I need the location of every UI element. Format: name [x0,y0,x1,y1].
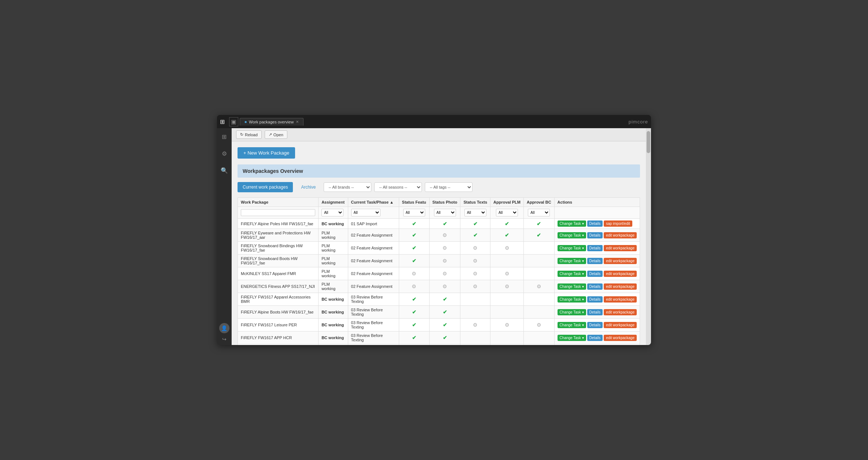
details-button[interactable]: Details [587,296,603,303]
details-button[interactable]: Details [587,258,603,264]
current-work-packages-button[interactable]: Current work packages [238,182,293,192]
assignment-filter-select[interactable]: All [321,209,343,216]
change-task-button[interactable]: Change Task ▾ [558,220,586,227]
details-button[interactable]: Details [587,271,603,277]
details-button[interactable]: Details [587,309,603,315]
cell-actions: Change Task ▾ Detailsedit workpackage [554,319,640,331]
actions-cell: Change Task ▾ Detailsedit workpackage [558,271,637,277]
table-row: FiREFLY FW1617 Apparel Accessories BMR B… [238,293,640,306]
tab-label: Work packages overview [249,120,294,124]
gear-icon: ⚙ [442,245,447,251]
scrollbar-thumb[interactable] [647,131,650,153]
new-work-package-button[interactable]: + New Work Package [238,147,295,159]
col-status-texts: Status Texts [460,198,490,207]
details-button[interactable]: Details [587,322,603,328]
gear-icon: ⚙ [473,283,478,289]
cell-status-texts: ⚙ [460,280,490,293]
details-button[interactable]: Details [587,283,603,290]
change-task-button[interactable]: Change Task ▾ [558,322,586,328]
cell-approval-bc: ⚙ [523,280,554,293]
col-status-photo: Status Photo [429,198,460,207]
cell-work-package: FiREFLY Alpine Poles HW FW16/17_fae [238,219,319,229]
sidebar-grid-icon[interactable]: ⊞ [219,131,230,142]
logout-icon[interactable]: ↪ [222,336,227,342]
table-header-row: Work Package Assignment Current Task/Pha… [238,198,640,207]
cell-status-photo: ✔ [429,331,460,344]
cell-assignment: PLM working [319,242,348,255]
change-task-button[interactable]: Change Task ▾ [558,258,586,264]
check-icon: ✔ [537,221,541,227]
sidebar-gear-icon[interactable]: ⚙ [219,148,230,159]
check-icon: ✔ [443,309,447,315]
approval-bc-filter[interactable]: All [528,209,550,216]
details-button[interactable]: Details [587,335,603,341]
cell-task: 03 Review Before Texting [348,344,399,345]
sidebar-search-icon[interactable]: 🔍 [219,165,230,176]
gear-icon: ⚙ [473,245,478,251]
tab-close-icon[interactable]: ✕ [296,120,299,124]
status-texts-filter[interactable]: All [464,209,486,216]
grid-icon[interactable]: ⊞ [220,118,225,125]
archive-button[interactable]: Archive [296,182,321,192]
table-filter-row: All All All [238,207,640,219]
wp-filter-input[interactable] [241,209,315,216]
cell-work-package: FiREFLY FW1617 Leisure PER [238,319,319,331]
change-task-button[interactable]: Change Task ▾ [558,296,586,303]
work-packages-tab[interactable]: ■ Work packages overview ✕ [240,118,304,126]
edit-workpackage-button[interactable]: edit workpackage [604,283,637,290]
vertical-scrollbar[interactable] [646,128,651,345]
side-panel-icon[interactable]: ▣ [229,117,238,126]
cell-status-featu: ✔ [399,293,429,306]
sap-import-button[interactable]: sap import/edit [604,220,632,227]
check-icon: ✔ [412,258,416,264]
user-avatar[interactable]: 👤 [219,323,229,333]
edit-workpackage-button[interactable]: edit workpackage [604,271,637,277]
edit-workpackage-button[interactable]: edit workpackage [604,296,637,303]
edit-workpackage-button[interactable]: edit workpackage [604,309,637,315]
sidebar-bottom: 👤 ↪ [219,323,229,342]
cell-approval-plm [490,331,524,344]
edit-workpackage-button[interactable]: edit workpackage [604,335,637,341]
edit-workpackage-button[interactable]: edit workpackage [604,322,637,328]
actions-cell: Change Task ▾ Detailsedit workpackage [558,245,637,251]
approval-plm-filter[interactable]: All [496,209,518,216]
change-task-button[interactable]: Change Task ▾ [558,309,586,315]
details-button[interactable]: Details [587,220,603,227]
cell-approval-bc [523,242,554,255]
cell-approval-bc: ✔ [523,219,554,229]
task-filter-select[interactable]: All [351,209,380,216]
actions-cell: Change Task ▾ Detailssap import/edit [558,220,637,227]
change-task-button[interactable]: Change Task ▾ [558,335,586,341]
change-task-button[interactable]: Change Task ▾ [558,271,586,277]
cell-status-texts: ⚙ [460,255,490,267]
status-featu-filter[interactable]: All [403,209,425,216]
status-photo-filter[interactable]: All [434,209,456,216]
edit-workpackage-button[interactable]: edit workpackage [604,232,637,238]
change-task-button[interactable]: Change Task ▾ [558,283,586,290]
cell-actions: Change Task ▾ Detailsedit workpackage [554,242,640,255]
brands-filter[interactable]: -- All brands -- [324,182,371,192]
reload-button[interactable]: ↻ Reload [236,130,262,139]
gear-icon: ⚙ [505,322,510,328]
content-area: ↻ Reload ↗ Open + New Work Package Workp… [232,128,646,345]
edit-workpackage-button[interactable]: edit workpackage [604,258,637,264]
seasons-filter[interactable]: -- All seasons -- [374,182,422,192]
cell-assignment: PLM working [319,267,348,280]
cell-approval-plm: ✔ [490,219,524,229]
cell-status-photo: ⚙ [429,229,460,242]
cell-assignment: PLM working [319,280,348,293]
open-button[interactable]: ↗ Open [265,130,287,139]
change-task-button[interactable]: Change Task ▾ [558,245,586,251]
cell-actions: Change Task ▾ Detailsedit workpackage [554,255,640,267]
details-button[interactable]: Details [587,245,603,251]
change-task-button[interactable]: Change Task ▾ [558,232,586,238]
tags-filter[interactable]: -- All tags -- [425,182,472,192]
reload-label: Reload [245,133,258,137]
cell-assignment: BC working [319,331,348,344]
cell-work-package: FiREFLY Snowboard Bindings HW FW16/17_fa… [238,242,319,255]
details-button[interactable]: Details [587,232,603,238]
cell-work-package: FiREFLY Eyweare and Protections HW FW16/… [238,229,319,242]
edit-workpackage-button[interactable]: edit workpackage [604,245,637,251]
check-icon: ✔ [505,232,509,238]
reload-icon: ↻ [240,132,243,137]
